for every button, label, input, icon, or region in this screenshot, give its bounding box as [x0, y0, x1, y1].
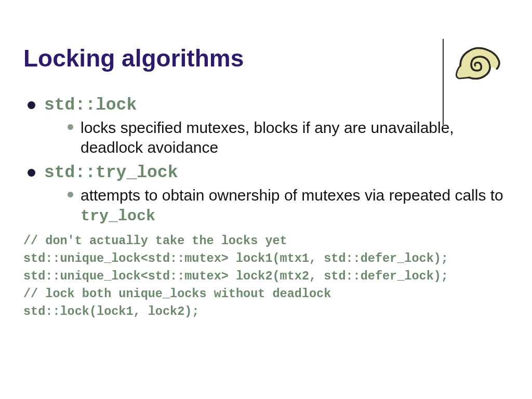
slide-content: std::lock locks specified mutexes, block…: [23, 96, 511, 321]
code-line: std::unique_lock<std::mutex> lock1(mtx1,…: [23, 251, 448, 265]
sub-bullet-list: locks specified mutexes, blocks if any a…: [44, 118, 511, 157]
sub-bullet-item: attempts to obtain ownership of mutexes …: [44, 185, 511, 226]
inline-code: try_lock: [81, 207, 155, 225]
snail-icon: [453, 39, 502, 82]
bullet-item: std::lock locks specified mutexes, block…: [23, 96, 511, 157]
bullet-list: std::lock locks specified mutexes, block…: [23, 96, 511, 226]
sub-bullet-text: attempts to obtain ownership of mutexes …: [81, 187, 503, 223]
slide: Locking algorithms std::lock locks speci…: [0, 0, 532, 399]
code-line: std::lock(lock1, lock2);: [23, 304, 199, 318]
bullet-item: std::try_lock attempts to obtain ownersh…: [23, 163, 511, 226]
sub-bullet-text: locks specified mutexes, blocks if any a…: [81, 119, 454, 156]
slide-title: Locking algorithms: [23, 44, 511, 72]
bullet-code-label: std::try_lock: [44, 163, 178, 182]
slide-header: Locking algorithms: [23, 44, 511, 72]
code-block: // don't actually take the locks yet std…: [23, 232, 511, 321]
code-line: // don't actually take the locks yet: [23, 234, 287, 248]
bullet-code-label: std::lock: [44, 96, 137, 115]
code-line: // lock both unique_locks without deadlo…: [23, 287, 331, 301]
sub-bullet-list: attempts to obtain ownership of mutexes …: [44, 185, 511, 226]
sub-bullet-item: locks specified mutexes, blocks if any a…: [44, 118, 511, 157]
code-line: std::unique_lock<std::mutex> lock2(mtx2,…: [23, 269, 448, 283]
sub-text-before: attempts to obtain ownership of mutexes …: [81, 187, 503, 204]
